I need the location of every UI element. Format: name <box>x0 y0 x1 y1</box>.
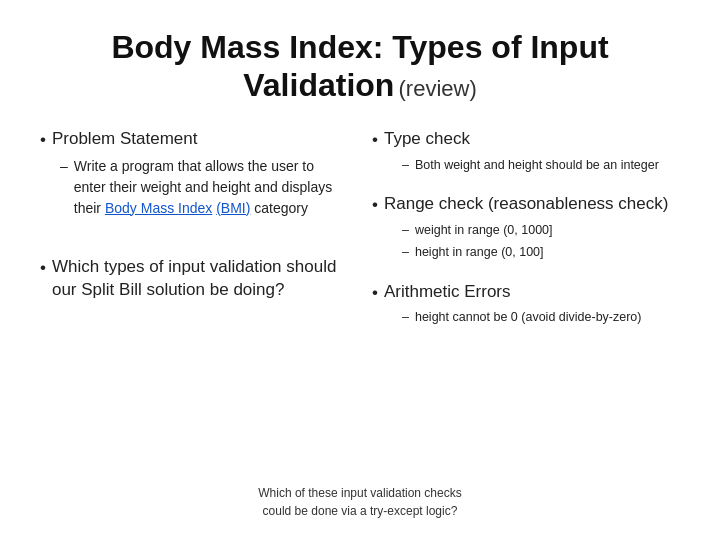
problem-statement-label: Problem Statement <box>52 127 198 151</box>
slide: Body Mass Index: Types of Input Validati… <box>0 0 720 540</box>
sub-dash-tc: – <box>402 156 409 175</box>
range-check-sub2: – height in range (0, 100] <box>402 243 680 262</box>
bullet-dot-5: • <box>372 281 378 305</box>
bmi-link[interactable]: Body Mass Index <box>105 200 212 216</box>
problem-statement-section: • Problem Statement – Write a program th… <box>40 127 348 219</box>
bullet-dot-3: • <box>372 128 378 152</box>
validation-types-section: • Which types of input validation should… <box>40 255 348 303</box>
arithmetic-errors-label: Arithmetic Errors <box>384 280 511 304</box>
arithmetic-errors-detail: height cannot be 0 (avoid divide-by-zero… <box>415 308 642 327</box>
type-check-bullet: • Type check <box>372 127 680 152</box>
range-check-section: • Range check (reasonableness check) – w… <box>372 192 680 261</box>
sub-dash-1: – <box>60 156 68 177</box>
footer-note: Which of these input validation checks c… <box>40 474 680 520</box>
sub-dash-rc2: – <box>402 243 409 262</box>
type-check-label: Type check <box>384 127 470 151</box>
problem-statement-sub: – Write a program that allows the user t… <box>60 156 348 219</box>
range-check-sub1: – weight in range (0, 1000] <box>402 221 680 240</box>
right-column: • Type check – Both weight and height sh… <box>372 127 680 474</box>
problem-statement-bullet: • Problem Statement <box>40 127 348 152</box>
title-review: (review) <box>399 76 477 101</box>
title-main: Body Mass Index: Types of Input Validati… <box>111 29 608 103</box>
slide-title: Body Mass Index: Types of Input Validati… <box>40 28 680 105</box>
arithmetic-errors-section: • Arithmetic Errors – height cannot be 0… <box>372 280 680 328</box>
content-area: • Problem Statement – Write a program th… <box>40 127 680 474</box>
footer-line1: Which of these input validation checks <box>258 486 461 500</box>
validation-types-label: Which types of input validation should o… <box>52 255 348 303</box>
sub-dash-ae: – <box>402 308 409 327</box>
type-check-section: • Type check – Both weight and height sh… <box>372 127 680 175</box>
problem-statement-detail: Write a program that allows the user to … <box>74 156 348 219</box>
bullet-dot-2: • <box>40 256 46 280</box>
type-check-detail: Both weight and height should be an inte… <box>415 156 659 175</box>
range-check-weight: weight in range (0, 1000] <box>415 221 553 240</box>
type-check-sub: – Both weight and height should be an in… <box>402 156 680 175</box>
bmi-abbr-link[interactable]: (BMI) <box>216 200 250 216</box>
range-check-bullet: • Range check (reasonableness check) <box>372 192 680 217</box>
bullet-dot-1: • <box>40 128 46 152</box>
arithmetic-errors-bullet: • Arithmetic Errors <box>372 280 680 305</box>
bullet-dot-4: • <box>372 193 378 217</box>
validation-types-bullet: • Which types of input validation should… <box>40 255 348 303</box>
arithmetic-errors-sub: – height cannot be 0 (avoid divide-by-ze… <box>402 308 680 327</box>
range-check-height: height in range (0, 100] <box>415 243 544 262</box>
spacer-1 <box>40 233 348 241</box>
range-check-label: Range check (reasonableness check) <box>384 192 668 216</box>
sub-dash-rc1: – <box>402 221 409 240</box>
footer-line2: could be done via a try-except logic? <box>263 504 458 518</box>
left-column: • Problem Statement – Write a program th… <box>40 127 348 474</box>
